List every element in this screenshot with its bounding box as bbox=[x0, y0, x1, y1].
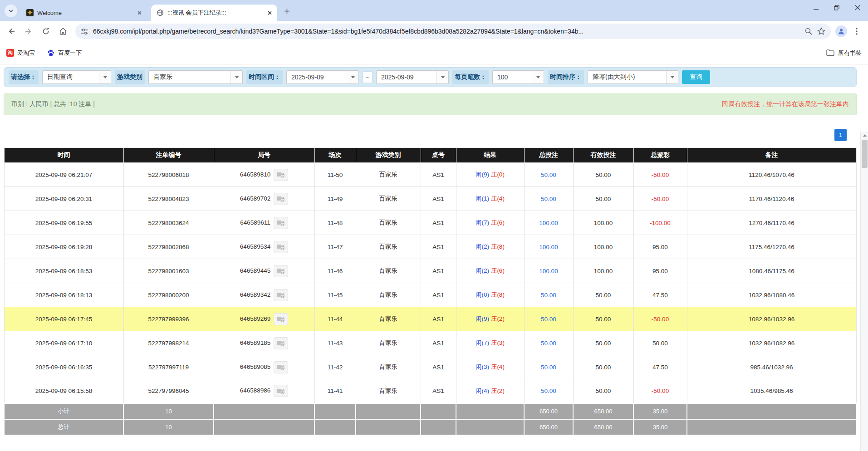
cell-bet-id: 522797999396 bbox=[123, 307, 214, 331]
back-button[interactable] bbox=[4, 24, 19, 39]
header-session: 场次 bbox=[314, 148, 356, 163]
date-from-value: 2025-09-09 bbox=[287, 74, 347, 81]
cell-valid-bet: 50.00 bbox=[573, 331, 633, 355]
video-replay-button[interactable] bbox=[274, 217, 288, 229]
tab-betrecord[interactable]: :::视讯 会员下注纪录::: bbox=[151, 5, 277, 21]
site-settings-icon[interactable] bbox=[81, 28, 88, 35]
cell-time: 2025-09-09 06:18:53 bbox=[4, 259, 123, 283]
close-window-button[interactable] bbox=[847, 0, 868, 15]
bookmark-baidu[interactable]: 百度一下 bbox=[47, 49, 82, 57]
date-to-select[interactable]: 2025-09-09 bbox=[376, 70, 449, 84]
tab-close-icon[interactable] bbox=[265, 9, 274, 17]
cell-time: 2025-09-09 06:18:13 bbox=[4, 283, 123, 307]
video-replay-button[interactable] bbox=[274, 289, 288, 301]
search-button[interactable]: 查询 bbox=[682, 70, 710, 84]
cell-bet-id: 522798004823 bbox=[123, 187, 214, 211]
dropdown-arrow-icon[interactable] bbox=[347, 71, 358, 83]
restore-button[interactable] bbox=[826, 0, 847, 15]
video-replay-button[interactable] bbox=[274, 241, 288, 253]
cell-table-no: AS1 bbox=[421, 355, 456, 379]
video-replay-button[interactable] bbox=[274, 385, 288, 397]
forward-button[interactable] bbox=[21, 24, 36, 39]
cell-session: 11-47 bbox=[314, 235, 356, 259]
dropdown-arrow-icon[interactable] bbox=[532, 71, 544, 83]
cell-bet-id: 522798002868 bbox=[123, 235, 214, 259]
header-round: 局号 bbox=[214, 148, 314, 163]
globe-favicon bbox=[157, 9, 164, 16]
dropdown-arrow-icon[interactable] bbox=[436, 71, 448, 83]
total-bet-link[interactable]: 100.00 bbox=[539, 244, 558, 250]
cell-time: 2025-09-09 06:17:45 bbox=[4, 307, 123, 331]
dropdown-arrow-icon[interactable] bbox=[230, 71, 242, 83]
video-replay-button[interactable] bbox=[274, 265, 288, 277]
total-bet-link[interactable]: 50.00 bbox=[541, 340, 556, 347]
home-button[interactable] bbox=[55, 24, 71, 39]
sort-value: 降幂(由大到小) bbox=[588, 73, 666, 81]
cell-bet-id: 522797998214 bbox=[123, 331, 214, 355]
header-payout: 总派彩 bbox=[633, 148, 687, 163]
minimize-button[interactable] bbox=[805, 0, 826, 15]
new-tab-button[interactable] bbox=[281, 5, 293, 17]
search-icon[interactable] bbox=[804, 27, 813, 35]
cell-bet-id: 522797997119 bbox=[123, 355, 214, 379]
video-replay-button[interactable] bbox=[274, 361, 288, 373]
video-replay-button[interactable] bbox=[274, 337, 288, 349]
game-type-select[interactable]: 百家乐 bbox=[148, 70, 243, 84]
total-bet-link[interactable]: 50.00 bbox=[541, 196, 556, 202]
all-bookmarks[interactable]: 所有书签 bbox=[817, 48, 862, 58]
cell-table-no: AS1 bbox=[421, 211, 456, 235]
total-bet-link[interactable]: 50.00 bbox=[541, 292, 556, 299]
total-bet-link[interactable]: 50.00 bbox=[541, 316, 556, 323]
total-bet-link[interactable]: 50.00 bbox=[541, 364, 556, 371]
page-size-select[interactable]: 100 bbox=[492, 70, 544, 84]
tab-close-icon[interactable] bbox=[135, 9, 143, 17]
video-replay-button[interactable] bbox=[274, 313, 288, 325]
total-bet-link[interactable]: 100.00 bbox=[539, 268, 558, 275]
result-player: 闲(9) bbox=[476, 171, 489, 178]
cell-session: 11-50 bbox=[314, 163, 356, 187]
profile-avatar[interactable] bbox=[835, 25, 847, 37]
cell-game-type: 百家乐 bbox=[356, 379, 421, 403]
total-bet-link[interactable]: 50.00 bbox=[541, 387, 556, 394]
cell-round: 646589269 bbox=[214, 307, 314, 331]
scroll-up-arrow[interactable] bbox=[861, 132, 868, 139]
sort-select[interactable]: 降幂(由大到小) bbox=[588, 70, 678, 84]
sort-label: 时间排序： bbox=[548, 70, 584, 84]
cell-game-type: 百家乐 bbox=[356, 187, 421, 211]
tab-welcome[interactable]: Welcome bbox=[21, 5, 147, 21]
round-id: 646589534 bbox=[240, 243, 271, 250]
total-bet-link[interactable]: 100.00 bbox=[539, 220, 558, 226]
video-replay-button[interactable] bbox=[274, 169, 288, 181]
cell-total-bet: 50.00 bbox=[524, 331, 573, 355]
page-scrollbar[interactable] bbox=[860, 132, 868, 451]
browser-menu-button[interactable] bbox=[849, 24, 864, 39]
cell-round: 646589085 bbox=[214, 355, 314, 379]
cell-result: 闲(0) 庄(8) bbox=[456, 283, 524, 307]
tab-list-chevron-button[interactable] bbox=[5, 5, 17, 17]
bookmark-star-icon[interactable] bbox=[817, 27, 825, 35]
url-text[interactable]: 66cxkj98.com/ipl/portal.php/game/betreco… bbox=[93, 28, 800, 35]
reload-button[interactable] bbox=[38, 24, 54, 39]
cell-payout: 47.50 bbox=[633, 355, 687, 379]
address-bar[interactable]: 66cxkj98.com/ipl/portal.php/game/betreco… bbox=[75, 24, 831, 39]
bookmark-taobao[interactable]: 淘 爱淘宝 bbox=[6, 49, 35, 57]
dropdown-arrow-icon[interactable] bbox=[99, 71, 111, 83]
subtotal-total-bet: 650.00 bbox=[524, 403, 573, 419]
scrollbar-thumb[interactable] bbox=[862, 140, 868, 168]
header-note: 备注 bbox=[687, 148, 856, 163]
result-player: 闲(2) bbox=[476, 243, 489, 250]
cell-payout: -50.00 bbox=[633, 307, 687, 331]
video-replay-button[interactable] bbox=[274, 193, 288, 205]
dropdown-arrow-icon[interactable] bbox=[666, 71, 678, 83]
cell-game-type: 百家乐 bbox=[356, 355, 421, 379]
film-camera-icon bbox=[277, 388, 285, 394]
page-1-button[interactable]: 1 bbox=[834, 129, 847, 141]
cell-result: 闲(9) 庄(0) bbox=[456, 163, 524, 187]
pagination: 1 bbox=[4, 129, 847, 141]
query-type-select[interactable]: 日期查询 bbox=[42, 70, 111, 84]
summary-bar: 币别 : 人民币 | 总共 :10 注单 | 同局有效投注，统一计算在该局第一张… bbox=[4, 93, 857, 115]
total-bet-link[interactable]: 50.00 bbox=[541, 172, 556, 178]
date-from-select[interactable]: 2025-09-09 bbox=[286, 70, 359, 84]
cell-session: 11-46 bbox=[314, 259, 356, 283]
header-total-bet: 总投注 bbox=[524, 148, 573, 163]
